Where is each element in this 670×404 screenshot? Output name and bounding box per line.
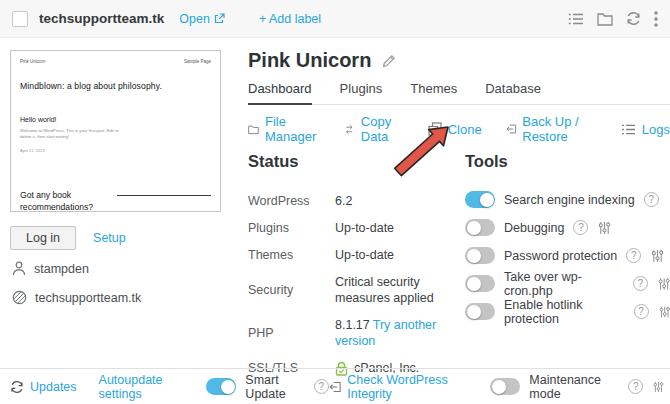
status-row-php: PHP 8.1.17Try another version — [248, 317, 460, 349]
topbar: techsupportteam.tk Open + Add label — [0, 0, 670, 38]
help-icon[interactable]: ? — [626, 248, 641, 263]
sidebar-domain: techsupportteam.tk — [35, 291, 141, 305]
status-row-security: Security Critical security measures appl… — [248, 274, 460, 306]
help-icon[interactable]: ? — [633, 276, 648, 291]
tool-label: Debugging — [504, 221, 564, 235]
password-protection-toggle[interactable] — [465, 247, 495, 264]
status-row-plugins: Plugins Up-to-date — [248, 220, 460, 236]
page-title: Pink Unicorn — [248, 49, 371, 72]
autoupdate-settings-link[interactable]: Autoupdate settings — [99, 373, 183, 401]
add-label-link[interactable]: + Add label — [259, 12, 321, 26]
backup-restore-label: Back Up / Restore — [522, 114, 597, 144]
logs-button[interactable]: Logs — [621, 122, 670, 137]
settings-sliders-icon[interactable] — [651, 249, 664, 263]
settings-sliders-icon[interactable] — [653, 380, 664, 394]
page-title-row: Pink Unicorn — [248, 49, 397, 72]
help-icon[interactable]: ? — [644, 192, 659, 207]
site-preview-thumbnail[interactable]: Pink Unicorn Sample Page Mindblown: a bl… — [10, 50, 221, 212]
integrity-check-icon — [329, 380, 341, 394]
kebab-menu-icon[interactable] — [654, 11, 658, 27]
list-view-icon[interactable] — [568, 12, 584, 26]
action-toolbar: File Manager Copy Data Clone Back Up / R… — [248, 114, 670, 144]
preview-site-name: Pink Unicorn — [20, 59, 46, 64]
tab-themes[interactable]: Themes — [410, 81, 457, 104]
status-label: Themes — [248, 247, 335, 263]
php-version: 8.1.17 — [335, 318, 370, 332]
tab-dashboard[interactable]: Dashboard — [248, 81, 312, 105]
tool-row-wp-cron: Take over wp-cron.php ? — [465, 275, 670, 292]
footer-right-group: Check WordPress Integrity Maintenance mo… — [329, 373, 664, 401]
setup-link[interactable]: Setup — [93, 231, 126, 245]
tools-heading: Tools — [465, 152, 670, 171]
preview-post-date: April 21, 2023 — [20, 148, 211, 153]
status-row-wordpress: WordPress 6.2 — [248, 193, 460, 209]
tools-section: Tools Search engine indexing ? Debugging… — [465, 152, 670, 331]
security-measures-link[interactable]: Critical security measures applied — [335, 274, 460, 306]
preview-post-title: Hello world! — [20, 116, 211, 123]
tool-row-hotlink-protection: Enable hotlink protection ? — [465, 303, 670, 320]
clone-button[interactable]: Clone — [428, 122, 482, 137]
username: stampden — [34, 262, 89, 276]
tool-row-password-protection: Password protection ? — [465, 247, 670, 264]
help-icon[interactable]: ? — [634, 304, 649, 319]
copy-data-label: Copy Data — [361, 114, 404, 144]
status-label: PHP — [248, 325, 335, 341]
status-value: Up-to-date — [335, 220, 460, 236]
tab-database[interactable]: Database — [485, 81, 541, 104]
check-integrity-link[interactable]: Check WordPress Integrity — [329, 373, 471, 401]
folder-icon[interactable] — [597, 12, 613, 26]
clone-label: Clone — [448, 122, 482, 137]
settings-sliders-icon[interactable] — [598, 221, 611, 235]
search-engine-indexing-toggle[interactable] — [465, 191, 495, 208]
logs-label: Logs — [642, 122, 670, 137]
edit-pencil-icon[interactable] — [382, 53, 397, 68]
status-value: 6.2 — [335, 193, 460, 209]
tab-bar: Dashboard Plugins Themes Database — [248, 81, 670, 105]
wordpress-toolkit-card: techsupportteam.tk Open + Add label Pink… — [0, 0, 670, 404]
preview-divider — [117, 195, 211, 196]
settings-sliders-icon[interactable] — [659, 305, 670, 319]
maintenance-mode-toggle[interactable] — [490, 378, 520, 395]
tab-plugins[interactable]: Plugins — [340, 81, 383, 104]
site-select-checkbox[interactable] — [12, 11, 28, 27]
backup-restore-icon — [506, 122, 517, 136]
backup-restore-button[interactable]: Back Up / Restore — [506, 114, 597, 144]
hotlink-protection-toggle[interactable] — [465, 303, 495, 320]
tool-label: Search engine indexing — [504, 193, 635, 207]
smart-update-label: Smart Update — [245, 373, 304, 401]
preview-header: Pink Unicorn Sample Page — [11, 51, 220, 64]
help-icon[interactable]: ? — [314, 379, 329, 394]
status-heading: Status — [248, 152, 460, 171]
copy-data-button[interactable]: Copy Data — [344, 114, 403, 144]
username-row: stampden — [12, 261, 89, 276]
wp-cron-toggle[interactable] — [465, 275, 495, 292]
help-icon[interactable]: ? — [628, 379, 643, 394]
status-label: Security — [248, 282, 335, 298]
preview-footer-heading: Got any book recommendations? — [20, 190, 110, 212]
log-in-button[interactable]: Log in — [10, 226, 76, 250]
status-section: Status WordPress 6.2 Plugins Up-to-date … — [248, 152, 460, 387]
tool-row-debugging: Debugging ? — [465, 219, 670, 236]
updates-label: Updates — [30, 380, 77, 394]
check-integrity-label: Check WordPress Integrity — [347, 373, 470, 401]
preview-nav-link: Sample Page — [184, 59, 211, 64]
tool-row-search-engine-indexing: Search engine indexing ? — [465, 191, 670, 208]
open-site-link[interactable]: Open — [179, 12, 225, 26]
copy-data-icon — [344, 123, 354, 136]
preview-post-excerpt: Welcome to WordPress. This is your first… — [20, 128, 122, 141]
status-label: Plugins — [248, 220, 335, 236]
help-icon[interactable]: ? — [573, 220, 588, 235]
site-domain: techsupportteam.tk — [39, 11, 164, 26]
domain-row: techsupportteam.tk — [12, 290, 141, 305]
file-manager-button[interactable]: File Manager — [248, 114, 320, 144]
updates-link[interactable]: Updates — [10, 380, 77, 394]
footer-bar: Updates Autoupdate settings Smart Update… — [0, 368, 670, 404]
smart-update-toggle[interactable] — [206, 378, 236, 395]
debugging-toggle[interactable] — [465, 219, 495, 236]
folder-icon — [248, 123, 259, 136]
file-manager-label: File Manager — [265, 114, 320, 144]
settings-sliders-icon[interactable] — [658, 277, 670, 291]
refresh-icon[interactable] — [626, 11, 641, 26]
maintenance-mode-label: Maintenance mode — [529, 373, 618, 401]
external-link-icon — [214, 13, 225, 24]
